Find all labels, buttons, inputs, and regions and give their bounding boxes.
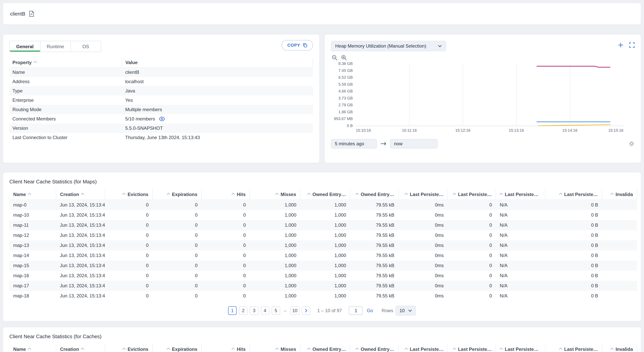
cell-owned-entry: 1,000 [300,210,350,220]
column-header-misses[interactable]: Misses [250,344,300,352]
cell-last-persiste: 0 B [545,210,602,220]
column-header-last-persiste[interactable]: Last Persiste… [496,344,545,352]
property-value-cell: 5.5.0-SNAPSHOT [122,124,313,133]
next-page-button[interactable] [302,306,310,315]
go-button[interactable]: Go [367,308,373,313]
cell-last-persiste: 0ms [398,250,448,261]
sort-icon [81,193,84,196]
time-from-input[interactable] [331,139,377,148]
metrics-chart-panel: Heap Memory Utilization (Manual Selectio… [325,34,641,163]
goto-page-input[interactable] [349,306,363,315]
cell-name: map-15 [9,261,56,271]
cell-last-persiste: 0ms [398,220,448,230]
cell-last-persiste: 0 B [545,250,602,261]
sort-icon [499,193,503,196]
near-cache-maps-table: NameCreationEvictionsExpirationsHitsMiss… [9,189,637,301]
series-max-heap [537,66,610,67]
table-row[interactable]: map-13Jun 13, 2024, 15:13:450001,0001,00… [9,240,637,250]
column-header-last-persiste[interactable]: Last Persiste… [448,189,496,200]
page-button-4[interactable]: 4 [261,306,269,315]
cell-last-persiste: 0 [448,240,496,250]
page-button-5[interactable]: 5 [272,306,280,315]
property-row: Connected Members5/10 members [9,114,313,124]
cell-last-persiste: 0 [448,291,496,301]
column-header-hits[interactable]: Hits [202,344,250,352]
rows-per-page-select[interactable]: 10 [396,306,416,316]
cell-expirations: 0 [152,230,202,240]
metric-select[interactable]: Heap Memory Utilization (Manual Selectio… [331,41,446,51]
sort-icon [275,193,279,196]
page-button-2[interactable]: 2 [239,306,248,315]
column-header-creation[interactable]: Creation [56,344,105,352]
column-header-last-persiste[interactable]: Last Persiste… [545,189,602,200]
column-header-evictions[interactable]: Evictions [105,189,152,200]
table-row[interactable]: map-16Jun 13, 2024, 15:13:450001,0001,00… [9,271,637,281]
column-header-owned-entry[interactable]: Owned Entry… [300,189,350,200]
y-tick-label: 5.59 GB [338,82,353,86]
page-button-3[interactable]: 3 [250,306,258,315]
add-chart-icon[interactable] [618,42,624,48]
y-tick-label: 953.67 MB [334,117,353,121]
column-header-name[interactable]: Name [9,189,56,200]
property-row: Last Connection to ClusterThursday, June… [9,133,313,142]
column-header-invalida[interactable]: Invalida [602,189,637,200]
tab-os[interactable]: OS [70,41,101,52]
column-header-last-persiste[interactable]: Last Persiste… [448,344,496,352]
page-button-10[interactable]: 10 [290,306,300,315]
pagination: 12345–10 1 – 10 of 97 Go Rows 10 [9,306,635,316]
sort-icon [122,348,126,351]
column-header-last-persiste[interactable]: Last Persiste… [398,344,448,352]
zoom-out-icon[interactable] [332,55,338,61]
y-tick-label: 2.79 GB [338,103,353,107]
table-row[interactable]: map-18Jun 13, 2024, 15:13:450001,0001,00… [9,291,637,301]
column-header-last-persiste[interactable]: Last Persiste… [545,344,602,352]
cell-owned-entry: 1,000 [300,220,350,230]
cell-hits: 0 [202,261,250,271]
cell-expirations: 0 [152,220,202,230]
maps-section-title: Client Near Cache Statistics (for Maps) [9,179,635,185]
property-name-cell: Version [9,124,122,133]
cell-misses: 1,000 [250,281,300,291]
column-header-last-persiste[interactable]: Last Persiste… [496,189,545,200]
cell-misses: 1,000 [250,230,300,240]
column-header-owned-entry[interactable]: Owned Entry… [350,189,398,200]
cell-misses: 1,000 [250,250,300,261]
property-name-cell: Routing Mode [9,105,122,114]
column-header-expirations[interactable]: Expirations [152,344,202,352]
fullscreen-icon[interactable] [629,42,635,48]
near-cache-maps-panel: Client Near Cache Statistics (for Maps) … [3,173,641,321]
tab-runtime[interactable]: Runtime [40,41,70,52]
table-row[interactable]: map-15Jun 13, 2024, 15:13:450001,0001,00… [9,261,637,271]
cell-expirations: 0 [152,210,202,220]
column-header-owned-entry[interactable]: Owned Entry… [300,344,350,352]
eye-icon[interactable] [159,117,165,121]
column-header-invalida[interactable]: Invalida [602,344,637,352]
settings-gear-icon[interactable] [628,141,635,147]
time-to-input[interactable] [390,139,438,148]
table-row[interactable]: map-12Jun 13, 2024, 15:13:450001,0001,00… [9,230,637,240]
cell-last-persiste: 0 [448,271,496,281]
column-header-expirations[interactable]: Expirations [152,189,202,200]
property-column-header[interactable]: Property [9,58,122,67]
cell-hits: 0 [202,200,250,210]
column-header-evictions[interactable]: Evictions [105,344,152,352]
property-value-cell: Java [122,86,313,96]
column-header-last-persiste[interactable]: Last Persiste… [398,189,448,200]
cell-expirations: 0 [152,250,202,261]
page-button-1[interactable]: 1 [228,306,237,315]
column-header-owned-entry[interactable]: Owned Entry… [350,344,398,352]
copy-button[interactable]: COPY [282,40,313,50]
column-header-misses[interactable]: Misses [250,189,300,200]
zoom-in-icon[interactable] [341,55,347,61]
table-row[interactable]: map-17Jun 13, 2024, 15:13:450001,0001,00… [9,281,637,291]
table-row[interactable]: map-11Jun 13, 2024, 15:13:440001,0001,00… [9,220,637,230]
column-header-hits[interactable]: Hits [202,189,250,200]
cell-name: map-16 [9,271,56,281]
table-row[interactable]: map-0Jun 13, 2024, 15:13:430001,0001,000… [9,200,637,210]
column-header-name[interactable]: Name [9,344,56,352]
cell-invalida [602,230,637,240]
column-header-creation[interactable]: Creation [56,189,105,200]
tab-general[interactable]: General [10,41,40,52]
table-row[interactable]: map-14Jun 13, 2024, 15:13:450001,0001,00… [9,250,637,261]
table-row[interactable]: map-10Jun 13, 2024, 15:13:440001,0001,00… [9,210,637,220]
